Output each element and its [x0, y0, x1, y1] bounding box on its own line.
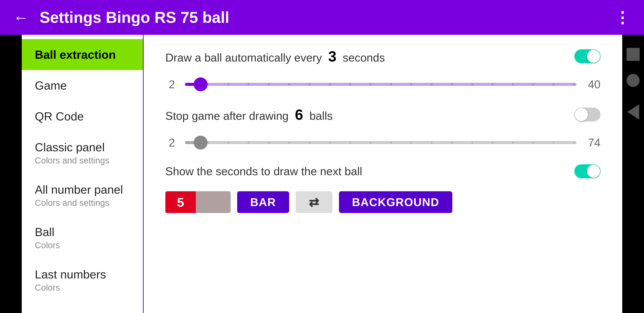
content-panel: Draw a ball automatically every 3 second…	[144, 35, 622, 313]
sidebar-item-classic-panel[interactable]: Classic panel Colors and settings	[22, 132, 143, 174]
swap-button[interactable]: ⇄	[296, 191, 332, 213]
slider-dot	[532, 83, 534, 85]
stop-game-slider-track	[185, 141, 576, 144]
slider-dot	[227, 142, 229, 143]
slider-dot	[268, 83, 270, 85]
sidebar-item-ball-extraction[interactable]: Ball extraction	[22, 39, 143, 70]
auto-draw-slider-track	[185, 83, 576, 86]
slider-dot	[512, 142, 514, 143]
stop-game-slider-max: 74	[583, 136, 600, 149]
auto-draw-row: Draw a ball automatically every 3 second…	[165, 48, 600, 65]
slider-dot	[370, 83, 372, 85]
slider-dot	[248, 83, 249, 85]
slider-dot	[370, 142, 372, 143]
slider-dot	[350, 83, 351, 85]
sidebar-item-last-numbers-title: Last numbers	[35, 268, 130, 281]
right-border	[622, 35, 644, 313]
top-bar: ← Settings Bingo RS 75 ball ⋮	[0, 0, 644, 35]
sidebar-item-game[interactable]: Game	[22, 70, 143, 101]
color-preview-number: 5	[177, 195, 184, 210]
slider-dot	[187, 83, 188, 85]
slider-dot	[532, 142, 534, 143]
slider-dot	[492, 83, 494, 85]
slider-dot	[552, 83, 554, 85]
slider-dot	[431, 83, 432, 85]
auto-draw-toggle[interactable]	[574, 49, 600, 63]
slider-dot	[390, 142, 392, 143]
right-triangle-button[interactable]	[627, 104, 639, 120]
slider-dot	[268, 142, 270, 143]
background-button[interactable]: BACKGROUND	[339, 191, 452, 213]
slider-dot	[472, 83, 473, 85]
stop-game-value: 6	[295, 106, 303, 123]
bar-button[interactable]: BAR	[237, 191, 289, 213]
stop-game-slider-row: 2	[165, 136, 600, 149]
stop-game-row: Stop game after drawing 6 balls	[165, 106, 600, 123]
show-seconds-toggle[interactable]	[574, 164, 600, 178]
color-preview[interactable]: 5	[165, 191, 230, 213]
stop-game-toggle[interactable]	[574, 108, 600, 121]
right-circle-button[interactable]	[626, 74, 640, 87]
sidebar-item-ball-extraction-title: Ball extraction	[35, 48, 130, 61]
page-title: Settings Bingo RS 75 ball	[40, 8, 614, 26]
slider-dot	[329, 83, 331, 85]
stop-game-slider-thumb[interactable]	[194, 136, 208, 150]
right-square-button[interactable]	[626, 48, 640, 61]
slider-dot	[288, 83, 290, 85]
slider-dot	[288, 142, 290, 143]
slider-dot	[410, 83, 412, 85]
auto-draw-slider-max: 40	[583, 78, 600, 91]
slider-dot	[431, 142, 432, 143]
slider-dot	[573, 142, 575, 143]
auto-draw-slider-container[interactable]	[185, 80, 576, 89]
slider-dot	[227, 83, 229, 85]
slider-dot	[472, 142, 473, 143]
sidebar: Ball extraction Game QR Code Classic pan…	[22, 35, 144, 313]
auto-draw-slider-min: 2	[165, 78, 178, 91]
swap-icon: ⇄	[309, 195, 320, 209]
slider-dot	[350, 142, 351, 143]
show-seconds-row: Show the seconds to draw the next ball	[165, 164, 600, 178]
sidebar-item-all-number-panel-subtitle: Colors and settings	[35, 198, 130, 208]
stop-game-slider-dots	[185, 142, 576, 143]
auto-draw-label: Draw a ball automatically every 3 second…	[165, 48, 574, 65]
stop-game-toggle-knob	[575, 108, 588, 121]
sidebar-item-qr-code[interactable]: QR Code	[22, 101, 143, 132]
sidebar-item-ball-title: Ball	[35, 225, 130, 239]
sidebar-item-ball-subtitle: Colors	[35, 240, 130, 250]
sidebar-item-all-number-panel-title: All number panel	[35, 183, 130, 196]
sidebar-item-game-title: Game	[35, 79, 130, 92]
auto-draw-toggle-knob	[587, 50, 600, 63]
auto-draw-slider-row: 2	[165, 78, 600, 91]
slider-dot	[512, 83, 514, 85]
slider-dot	[329, 142, 331, 143]
auto-draw-value: 3	[328, 48, 336, 64]
sidebar-item-classic-panel-title: Classic panel	[35, 140, 130, 154]
auto-draw-slider-thumb[interactable]	[194, 77, 208, 91]
left-border	[0, 35, 22, 313]
back-button[interactable]: ←	[13, 8, 29, 26]
stop-game-slider-min: 2	[165, 136, 178, 149]
color-gray-box	[196, 191, 230, 213]
slider-dot	[552, 142, 554, 143]
sidebar-item-all-number-panel[interactable]: All number panel Colors and settings	[22, 174, 143, 217]
sidebar-item-classic-panel-subtitle: Colors and settings	[35, 156, 130, 165]
show-seconds-toggle-knob	[587, 165, 600, 178]
auto-draw-slider-dots	[185, 83, 576, 85]
slider-dot	[309, 142, 310, 143]
slider-dot	[451, 83, 453, 85]
slider-dot	[187, 142, 188, 143]
slider-dot	[492, 142, 494, 143]
slider-dot	[573, 83, 575, 85]
main-content: Ball extraction Game QR Code Classic pan…	[0, 35, 644, 313]
slider-dot	[390, 83, 392, 85]
sidebar-item-ball[interactable]: Ball Colors	[22, 217, 143, 259]
stop-game-slider-container[interactable]	[185, 138, 576, 147]
stop-game-label: Stop game after drawing 6 balls	[165, 106, 574, 123]
more-menu-button[interactable]: ⋮	[614, 8, 631, 26]
slider-dot	[410, 142, 412, 143]
sidebar-item-last-numbers[interactable]: Last numbers Colors	[22, 259, 143, 301]
sidebar-item-qr-code-title: QR Code	[35, 110, 130, 123]
bottom-buttons-row: 5 BAR ⇄ BACKGROUND	[165, 191, 600, 213]
slider-dot	[451, 142, 453, 143]
